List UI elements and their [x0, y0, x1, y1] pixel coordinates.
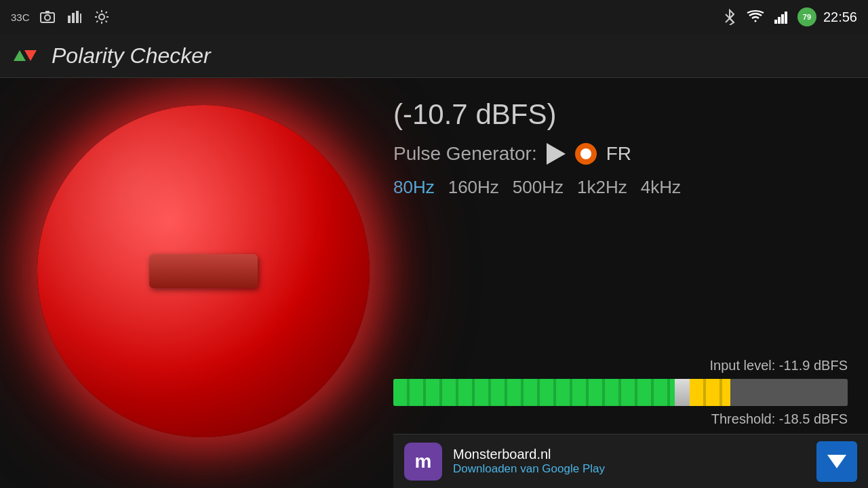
- freq-80hz[interactable]: 80Hz: [393, 177, 435, 198]
- app-title: Polarity Checker: [52, 43, 211, 68]
- temperature-text: 33C: [11, 12, 30, 23]
- svg-rect-11: [778, 17, 781, 24]
- battery-badge: 79: [797, 7, 816, 26]
- download-button[interactable]: [816, 441, 857, 482]
- freq-4khz[interactable]: 4kHz: [641, 177, 681, 198]
- svg-rect-12: [781, 14, 784, 24]
- svg-rect-4: [72, 13, 75, 23]
- minus-indicator: [149, 254, 258, 288]
- stop-icon: [580, 148, 591, 159]
- meter-green-section: [393, 379, 675, 406]
- ad-app-icon: m: [404, 443, 442, 481]
- signal-icon: [772, 7, 791, 26]
- svg-rect-5: [76, 11, 79, 23]
- threshold-handle[interactable]: [675, 379, 690, 406]
- svg-rect-13: [785, 12, 787, 24]
- freq-500hz[interactable]: 500Hz: [513, 177, 564, 198]
- status-left: 33C: [11, 7, 720, 26]
- time-display: 22:56: [823, 9, 857, 25]
- svg-rect-2: [45, 11, 50, 13]
- ad-title: Monsterboard.nl: [453, 447, 806, 462]
- level-meter-area: Input level: -11.9 dBFS Threshold: -18.5…: [393, 358, 848, 427]
- download-arrow-icon: [827, 455, 846, 468]
- svg-rect-6: [80, 14, 81, 23]
- wifi-icon: [746, 7, 765, 26]
- freq-160hz[interactable]: 160Hz: [448, 177, 499, 198]
- ad-subtitle: Downloaden van Google Play: [453, 462, 806, 476]
- svg-rect-3: [68, 16, 71, 23]
- right-panel: (-10.7 dBFS) Pulse Generator: FR 80Hz 16…: [380, 92, 841, 205]
- settings-icon[interactable]: [92, 7, 111, 26]
- threshold-label: Threshold: -18.5 dBFS: [393, 411, 848, 427]
- polarity-indicator: [27, 92, 380, 451]
- bluetooth-icon: [720, 7, 739, 26]
- freq-1k2hz[interactable]: 1k2Hz: [577, 177, 627, 198]
- screenshot-icon: [38, 7, 57, 26]
- status-bar: 33C: [0, 0, 868, 34]
- svg-point-1: [45, 15, 50, 20]
- channel-label: FR: [606, 143, 631, 165]
- pulse-generator-label: Pulse Generator:: [393, 143, 537, 165]
- dbfs-value: (-10.7 dBFS): [393, 98, 827, 131]
- stop-button[interactable]: [575, 143, 597, 165]
- status-right: 79 22:56: [720, 7, 857, 26]
- frequency-row: 80Hz 160Hz 500Hz 1k2Hz 4kHz: [393, 177, 827, 198]
- meter-bar: [393, 379, 848, 406]
- logo-down-arrow: [24, 50, 37, 61]
- play-button[interactable]: [547, 143, 566, 165]
- red-circle: [37, 105, 370, 437]
- input-level-label: Input level: -11.9 dBFS: [393, 358, 848, 373]
- ad-text: Monsterboard.nl Downloaden van Google Pl…: [453, 447, 806, 476]
- ad-icon-letter: m: [415, 451, 432, 472]
- pulse-generator-row: Pulse Generator: FR: [393, 143, 827, 165]
- barchart-icon: [65, 7, 84, 26]
- app-logo: [14, 50, 37, 61]
- svg-point-7: [99, 14, 104, 20]
- meter-yellow-section: [690, 379, 730, 406]
- meter-gray-section: [730, 379, 848, 406]
- svg-rect-10: [774, 20, 777, 24]
- app-bar: Polarity Checker: [0, 34, 868, 78]
- ad-banner: m Monsterboard.nl Downloaden van Google …: [393, 434, 868, 488]
